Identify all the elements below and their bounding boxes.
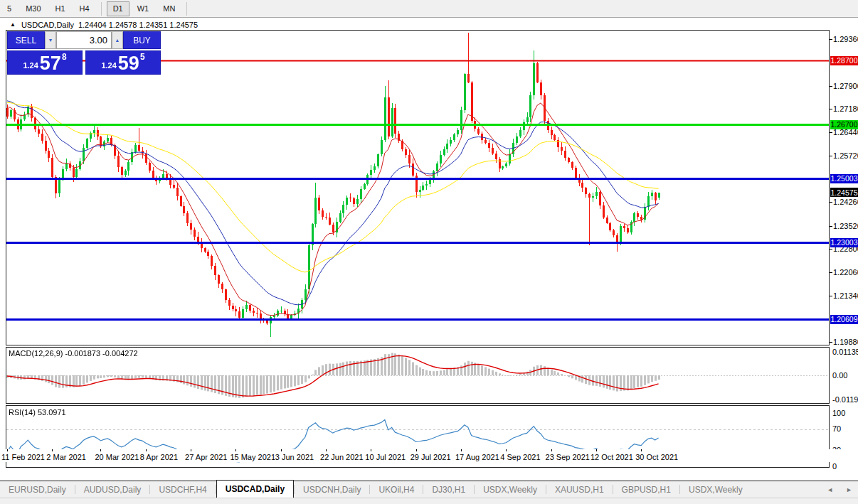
timeframe-button-H4[interactable]: H4: [73, 1, 96, 16]
chart-tab-DJ30-H1[interactable]: DJ30,H1: [423, 481, 474, 498]
toolbar-separator: [186, 2, 187, 16]
sell-price-pip: 8: [62, 52, 67, 62]
macd-axis-label: -0.01190: [832, 395, 858, 404]
sell-price-main: 57: [40, 54, 61, 73]
chart-symbol-label: USDCAD,Daily: [21, 21, 74, 29]
volume-decrease-button[interactable]: ▼: [45, 31, 56, 49]
buy-price-prefix: 1.24: [101, 61, 116, 70]
buy-price-pip: 5: [140, 52, 145, 62]
chart-tab-GBPUSD-H1[interactable]: GBPUSD,H1: [613, 481, 679, 498]
date-tick-mark: [371, 449, 371, 451]
date-tick-mark: [52, 449, 53, 451]
collapse-panel-icon[interactable]: ▲: [10, 21, 16, 28]
chart-title-strip: ▲ USDCAD,Daily 1.24404 1.24578 1.24351 1…: [6, 19, 830, 30]
macd-axis-label: 0.00: [832, 371, 847, 380]
price-tick-label: 1.25720: [833, 151, 858, 160]
date-tick-label: 20 Mar 2021: [95, 453, 139, 461]
buy-price-panel[interactable]: 1.24 59 5: [85, 50, 161, 75]
date-tick-mark: [641, 449, 642, 451]
volume-input[interactable]: [56, 31, 112, 49]
date-tick-label: 27 Apr 2021: [185, 453, 227, 461]
timeframe-button-H1[interactable]: H1: [49, 1, 72, 16]
timeframe-button-D1[interactable]: D1: [107, 1, 129, 16]
price-tick-mark: [830, 226, 832, 227]
tabs-scroll-right-icon[interactable]: ►: [846, 486, 852, 493]
date-tick-label: 23 Sep 2021: [546, 453, 590, 461]
date-tick-mark: [596, 449, 597, 451]
timeframe-button-MN[interactable]: MN: [157, 1, 181, 16]
chart-tab-USDCAD-Daily[interactable]: USDCAD,Daily: [216, 480, 294, 498]
date-tick-label: 10 Jul 2021: [365, 453, 406, 461]
rsi-axis-label: 70: [832, 424, 841, 433]
price-tick-mark: [830, 249, 832, 250]
timeframe-button-W1[interactable]: W1: [131, 1, 156, 16]
date-tick-label: 3 Jun 2021: [275, 453, 314, 461]
date-tick-mark: [461, 449, 462, 451]
buy-price-main: 59: [118, 54, 139, 73]
date-tick-label: 17 Aug 2021: [455, 453, 499, 461]
date-tick-mark: [416, 449, 417, 451]
chart-tab-EURUSD-Daily[interactable]: EURUSD,Daily: [0, 481, 75, 498]
price-tick-mark: [830, 39, 832, 40]
price-chart-canvas[interactable]: [6, 30, 830, 468]
chart-tab-UKOil-H4[interactable]: UKOil,H4: [370, 481, 423, 498]
date-tick-label: 8 Apr 2021: [140, 453, 178, 461]
date-tick-label: 11 Feb 2021: [1, 453, 45, 461]
level-price-label: 1.25003: [830, 174, 858, 183]
date-tick-label: 29 Jul 2021: [411, 453, 451, 461]
current-price-label: 1.24575: [830, 188, 858, 197]
chart-tab-XAUUSD-H1[interactable]: XAUUSD,H1: [546, 481, 613, 498]
volume-increase-button[interactable]: ▲: [112, 31, 123, 49]
one-click-trading-panel: SELL ▼ ▲ BUY 1.24 57 8 1.24 59 5: [7, 31, 161, 75]
date-tick-label: 30 Oct 2021: [635, 453, 678, 461]
status-strip: [0, 498, 858, 504]
date-tick-label: 12 Oct 2021: [590, 453, 633, 461]
price-tick-mark: [830, 296, 832, 296]
timeframe-toolbar: 5M30H1H4D1W1MN: [0, 0, 858, 18]
date-tick-mark: [191, 449, 191, 451]
tabs-scroll-left-icon[interactable]: ◄: [827, 486, 833, 493]
sell-button[interactable]: SELL: [7, 31, 45, 49]
chart-tab-AUDUSD-Daily[interactable]: AUDUSD,Daily: [75, 481, 150, 498]
price-tick-mark: [830, 156, 832, 156]
price-tick-mark: [830, 342, 832, 343]
price-tick-label: 1.27900: [833, 82, 858, 90]
date-axis[interactable]: 11 Feb 20212 Mar 202120 Mar 20218 Apr 20…: [0, 449, 858, 462]
date-tick-mark: [281, 449, 282, 451]
chart-tab-bar: EURUSD,DailyAUDUSD,DailyUSDCHF,H4USDCAD,…: [0, 481, 858, 498]
chart-ohlc-values: 1.24404 1.24578 1.24351 1.24575: [78, 21, 198, 29]
price-tick-mark: [830, 132, 832, 133]
chart-tab-USDX-Weekly[interactable]: USDX,Weekly: [680, 481, 751, 498]
level-price-label: 1.26700: [830, 120, 858, 129]
chart-tab-USDCNH-Daily[interactable]: USDCNH,Daily: [295, 481, 369, 498]
chart-tab-USDX-Weekly[interactable]: USDX,Weekly: [475, 481, 546, 498]
sell-price-panel[interactable]: 1.24 57 8: [7, 50, 83, 75]
timeframe-button-5[interactable]: 5: [1, 1, 18, 16]
date-tick-label: 22 Jun 2021: [320, 453, 364, 461]
price-tick-label: 1.23520: [833, 222, 858, 230]
price-tick-mark: [830, 272, 832, 273]
level-price-label: 1.20609: [830, 315, 858, 324]
date-tick-mark: [100, 449, 101, 451]
price-tick-label: 1.29360: [833, 35, 858, 43]
price-tick-mark: [830, 86, 832, 87]
macd-axis-label: 0.01135: [832, 348, 858, 356]
price-tick-mark: [830, 202, 832, 203]
sell-price-prefix: 1.24: [23, 61, 38, 70]
timeframe-button-M30[interactable]: M30: [19, 1, 47, 16]
date-tick-mark: [235, 449, 236, 451]
date-tick-label: 4 Sep 2021: [500, 453, 540, 461]
chart-window[interactable]: ▲ USDCAD,Daily 1.24404 1.24578 1.24351 1…: [0, 18, 858, 468]
chart-tab-USDCHF-H4[interactable]: USDCHF,H4: [150, 481, 215, 498]
date-tick-label: 15 May 2021: [230, 453, 275, 461]
date-tick-label: 2 Mar 2021: [46, 453, 86, 461]
date-tick-mark: [146, 449, 147, 451]
toolbar-separator: [101, 2, 102, 16]
buy-button[interactable]: BUY: [123, 31, 161, 49]
price-tick-label: 1.19880: [833, 338, 858, 346]
rsi-indicator-label: RSI(14) 53.0971: [9, 408, 66, 417]
date-tick-mark: [506, 449, 507, 451]
level-price-label: 1.23003: [830, 238, 858, 247]
date-tick-mark: [7, 449, 8, 451]
rsi-axis-label: 100: [832, 409, 845, 417]
